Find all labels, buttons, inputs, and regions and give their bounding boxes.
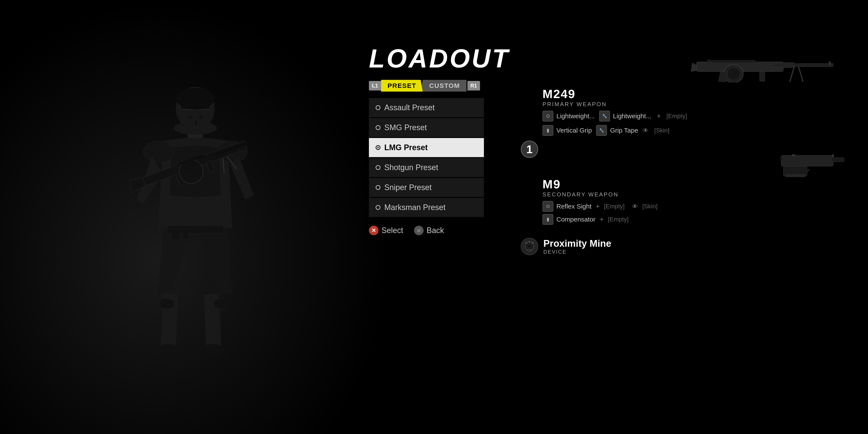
preset-item-shotgun[interactable]: Shotgun Preset	[369, 158, 484, 177]
secondary-empty-1[interactable]: [Empty]	[604, 203, 624, 210]
secondary-weapon-image	[521, 149, 846, 177]
preset-item-marksman[interactable]: Marksman Preset	[369, 198, 484, 217]
device-info: Proximity Mine DEVICE	[544, 238, 611, 255]
preset-radio-shotgun	[376, 165, 380, 170]
m249-svg	[690, 48, 842, 83]
preset-item-smg[interactable]: SMG Preset	[369, 118, 484, 137]
preset-item-sniper[interactable]: Sniper Preset	[369, 178, 484, 197]
preset-label-shotgun: Shotgun Preset	[384, 163, 438, 172]
back-control[interactable]: ○ Back	[414, 226, 444, 235]
primary-weapon-info: M249 PRIMARY WEAPON	[542, 87, 607, 107]
preset-radio-smg	[376, 125, 380, 130]
preset-label-assault: Assault Preset	[384, 103, 435, 112]
primary-attachment-optic[interactable]: ⊙ Lightweight...	[542, 111, 595, 122]
character-figure	[119, 65, 271, 369]
svg-point-8	[143, 141, 174, 163]
underbarrel-name: Vertical Grip	[556, 127, 592, 134]
preset-radio-assault	[376, 105, 380, 110]
svg-rect-23	[172, 229, 180, 240]
preset-label-sniper: Sniper Preset	[384, 183, 432, 192]
svg-rect-44	[781, 156, 783, 161]
plus-sep-3: +	[600, 216, 604, 223]
svg-rect-41	[785, 175, 805, 177]
primary-attachment-stock[interactable]: 🔧 Grip Tape	[596, 125, 638, 136]
primary-attachment-barrel[interactable]: 🔧 Lightweight...	[599, 111, 651, 122]
underbarrel-icon: ▮	[542, 125, 553, 136]
character-area	[0, 0, 391, 434]
svg-rect-43	[792, 154, 795, 156]
svg-rect-33	[760, 72, 765, 82]
svg-point-21	[159, 299, 175, 309]
select-control[interactable]: ✕ Select	[369, 226, 403, 235]
device-icon	[521, 238, 538, 255]
secondary-weapon-number: 1	[521, 141, 538, 158]
tab-preset[interactable]: PRESET	[381, 80, 423, 92]
svg-point-50	[528, 244, 531, 248]
preset-item-assault[interactable]: Assault Preset	[369, 98, 484, 117]
m9-svg	[770, 149, 846, 177]
svg-rect-28	[712, 60, 755, 63]
plus-separator: +	[657, 113, 661, 120]
preset-label-marksman: Marksman Preset	[384, 203, 445, 212]
primary-attachments: ⊙ Lightweight... 🔧 Lightweight... + [Emp…	[542, 111, 846, 136]
svg-rect-38	[781, 155, 833, 166]
tab-right-indicator: R1	[467, 81, 480, 91]
svg-point-26	[198, 116, 203, 119]
device-section: Proximity Mine DEVICE	[521, 238, 846, 255]
primary-weapon-image	[521, 43, 846, 87]
compensator-name: Compensator	[556, 216, 595, 223]
eye-icon-2: 👁	[632, 203, 638, 210]
secondary-attachment-muzzle-row: ▮ Compensator + [Empty]	[542, 214, 846, 225]
svg-point-32	[727, 68, 740, 80]
secondary-weapon-type: SECONDARY WEAPON	[542, 191, 619, 198]
tab-custom[interactable]: CUSTOM	[421, 80, 466, 92]
stock-name: Grip Tape	[610, 127, 638, 134]
secondary-attachments: ⊙ Reflex Sight + [Empty] 👁 [Skin] ▮ Comp…	[542, 201, 846, 225]
preset-radio-lmg	[376, 145, 380, 150]
tab-left-indicator: L1	[369, 81, 381, 91]
reflex-sight-name: Reflex Sight	[556, 203, 592, 210]
select-label: Select	[381, 226, 403, 235]
barrel-name: Lightweight...	[613, 113, 651, 120]
x-button-icon: ✕	[369, 226, 378, 235]
secondary-skin-label[interactable]: [Skin]	[642, 203, 657, 210]
svg-line-34	[790, 67, 794, 82]
svg-point-25	[187, 116, 192, 119]
plus-sep-2: +	[596, 203, 600, 210]
optic-name: Lightweight...	[556, 113, 595, 120]
svg-rect-24	[182, 229, 189, 239]
reflex-sight-icon: ⊙	[542, 201, 553, 212]
device-name: Proximity Mine	[544, 238, 611, 249]
svg-point-19	[157, 344, 179, 355]
primary-skin-label[interactable]: [Skin]	[654, 127, 670, 134]
secondary-attachment-optic[interactable]: ⊙ Reflex Sight	[542, 201, 592, 212]
svg-rect-39	[831, 158, 844, 162]
secondary-empty-2[interactable]: [Empty]	[608, 216, 629, 223]
barrel-icon: 🔧	[599, 111, 610, 122]
svg-line-35	[799, 67, 803, 82]
compensator-icon: ▮	[542, 214, 553, 225]
device-type: DEVICE	[544, 249, 611, 255]
secondary-weapon-info: M9 SECONDARY WEAPON	[542, 177, 619, 198]
primary-attachment-underbarrel[interactable]: ▮ Vertical Grip	[542, 125, 592, 136]
empty-slot-1[interactable]: [Empty]	[666, 113, 687, 120]
preset-radio-sniper	[376, 185, 380, 190]
stock-icon: 🔧	[596, 125, 607, 136]
svg-point-5	[176, 88, 214, 110]
svg-rect-30	[773, 62, 794, 68]
preset-label-smg: SMG Preset	[384, 123, 427, 132]
svg-rect-42	[832, 154, 834, 157]
svg-rect-37	[707, 60, 711, 62]
weapon-panel: 2 M249 PRIMARY WEAPON ⊙ Lightweight... 🔧…	[521, 43, 846, 255]
svg-rect-36	[829, 61, 831, 65]
preset-item-lmg[interactable]: LMG Preset	[369, 138, 484, 157]
preset-radio-marksman	[376, 205, 380, 210]
back-label: Back	[427, 226, 444, 235]
svg-point-20	[203, 344, 225, 355]
svg-rect-46	[528, 250, 531, 251]
secondary-weapon-name: M9	[542, 177, 619, 191]
secondary-attachment-muzzle[interactable]: ▮ Compensator	[542, 214, 595, 225]
primary-weapon-name: M249	[542, 87, 607, 101]
preset-label-lmg: LMG Preset	[384, 143, 428, 152]
secondary-attachment-optic-row: ⊙ Reflex Sight + [Empty] 👁 [Skin]	[542, 201, 846, 212]
